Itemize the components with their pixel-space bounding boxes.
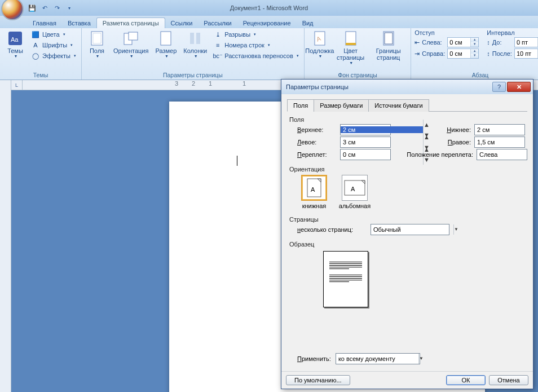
- margin-left-label: Левое:: [297, 139, 337, 146]
- orientation-landscape-button[interactable]: A альбомная: [338, 175, 372, 209]
- redo-icon[interactable]: ↷: [52, 3, 62, 13]
- page-setup-dialog: Параметры страницы ? ✕ Поля Размер бумаг…: [281, 79, 533, 389]
- spacing-before-input[interactable]: ▲▼: [514, 37, 538, 47]
- svg-rect-12: [346, 43, 356, 45]
- tab-review[interactable]: Рецензирование: [237, 18, 297, 28]
- ribbon: Aa Темы ▼ 🟦Цвета▾ AШрифты▾ ◯Эффекты▾ Тем…: [0, 28, 538, 80]
- window-title: Документ1 - Microsoft Word: [230, 5, 308, 11]
- watermark-button[interactable]: AПодложка▼: [308, 29, 332, 60]
- watermark-icon: A: [312, 30, 328, 46]
- indent-left-label: Слева:: [422, 39, 445, 46]
- tab-references[interactable]: Ссылки: [165, 18, 199, 28]
- page-color-button[interactable]: Цвет страницы▼: [334, 29, 367, 67]
- theme-colors-button[interactable]: 🟦Цвета▾: [29, 29, 78, 39]
- orientation-button[interactable]: Ориентация▼: [111, 29, 151, 60]
- dialog-footer: По умолчанию... ОК Отмена: [281, 371, 533, 389]
- chevron-down-icon: ▼: [14, 54, 18, 59]
- page-borders-button[interactable]: Границы страниц: [369, 29, 407, 62]
- line-numbers-icon: ≡: [213, 41, 222, 50]
- breaks-button[interactable]: ⤓Разрывы▾: [211, 29, 300, 39]
- dialog-close-button[interactable]: ✕: [507, 82, 531, 92]
- landscape-label: альбомная: [339, 202, 371, 209]
- dialog-tab-source[interactable]: Источник бумаги: [368, 99, 429, 112]
- spacing-before-icon: ↕: [487, 39, 490, 46]
- apply-select[interactable]: ▼: [336, 353, 420, 364]
- defaults-button[interactable]: По умолчанию...: [286, 375, 350, 385]
- svg-text:Aa: Aa: [11, 36, 19, 43]
- tab-page-layout[interactable]: Разметка страницы: [96, 17, 165, 28]
- group-page-background-label: Фон страницы: [308, 71, 407, 80]
- group-themes: Aa Темы ▼ 🟦Цвета▾ AШрифты▾ ◯Эффекты▾ Тем…: [0, 28, 82, 80]
- page-color-icon: [343, 30, 359, 46]
- indent-right-icon: ⇥: [414, 50, 420, 58]
- spacing-after-icon: ↕: [487, 50, 490, 57]
- multi-pages-label: несколько страниц:: [297, 226, 365, 233]
- margin-left-input[interactable]: ▲▼: [340, 136, 391, 148]
- qat-dropdown-icon[interactable]: ▾: [64, 3, 74, 13]
- svg-text:A: A: [311, 186, 315, 193]
- columns-icon: [187, 30, 203, 46]
- themes-button[interactable]: Aa Темы ▼: [3, 29, 27, 60]
- spacing-before-label: До:: [492, 39, 512, 46]
- tab-insert[interactable]: Вставка: [62, 18, 96, 28]
- theme-fonts-button[interactable]: AШрифты▾: [29, 40, 78, 50]
- tab-home[interactable]: Главная: [27, 18, 62, 28]
- colors-icon: 🟦: [31, 30, 40, 39]
- group-page-setup: Поля▼ Ориентация▼ Размер▼ Колонки▼ ⤓Разр…: [82, 28, 305, 80]
- ok-button[interactable]: ОК: [446, 375, 486, 385]
- margin-right-input[interactable]: ▲▼: [474, 136, 525, 148]
- margin-top-input[interactable]: ▲▼: [340, 124, 391, 135]
- gutter-pos-select[interactable]: ▼: [477, 149, 527, 160]
- ribbon-tabs: Главная Вставка Разметка страницы Ссылки…: [0, 16, 538, 28]
- dialog-titlebar[interactable]: Параметры страницы ? ✕: [281, 80, 533, 94]
- quick-access-toolbar: 💾 ↶ ↷ ▾: [27, 3, 74, 13]
- undo-icon[interactable]: ↶: [39, 3, 50, 13]
- size-icon: [158, 30, 174, 46]
- apply-label: Применить:: [297, 355, 331, 362]
- line-numbers-button[interactable]: ≡Номера строк▾: [211, 40, 300, 50]
- landscape-icon: A: [342, 175, 368, 201]
- orientation-section-label: Ориентация: [289, 166, 525, 173]
- tab-mailings[interactable]: Рассылки: [198, 18, 237, 28]
- group-page-background: AПодложка▼ Цвет страницы▼ Границы страни…: [305, 28, 411, 80]
- margin-bottom-label: Нижнее:: [394, 126, 471, 133]
- orientation-icon: [123, 30, 139, 46]
- indent-right-label: Справа:: [422, 50, 445, 57]
- text-cursor: [237, 156, 237, 166]
- svg-rect-13: [383, 32, 394, 45]
- hyphenation-button[interactable]: bc⁻Расстановка переносов▾: [211, 51, 300, 61]
- indent-left-input[interactable]: ▲▼: [447, 37, 479, 47]
- size-button[interactable]: Размер▼: [153, 29, 179, 60]
- vertical-ruler[interactable]: [0, 80, 11, 392]
- dialog-tab-paper[interactable]: Размер бумаги: [314, 99, 369, 112]
- margin-bottom-input[interactable]: ▲▼: [474, 124, 525, 135]
- preview-icon: [323, 251, 368, 307]
- group-themes-label: Темы: [3, 71, 78, 80]
- orientation-portrait-button[interactable]: A книжная: [297, 175, 331, 209]
- tab-view[interactable]: Вид: [297, 18, 319, 28]
- theme-effects-button[interactable]: ◯Эффекты▾: [29, 51, 78, 61]
- hyphenation-icon: bc⁻: [213, 51, 222, 60]
- page-borders-icon: [381, 30, 396, 46]
- spacing-after-label: После:: [492, 50, 512, 57]
- themes-icon: Aa: [7, 30, 23, 46]
- svg-text:A: A: [351, 186, 355, 192]
- save-icon[interactable]: 💾: [27, 3, 37, 13]
- svg-rect-8: [196, 33, 200, 44]
- margins-button[interactable]: Поля▼: [85, 29, 109, 60]
- indent-left-icon: ⇤: [414, 39, 420, 46]
- dialog-help-button[interactable]: ?: [492, 82, 506, 92]
- margins-icon: [89, 30, 105, 46]
- multi-pages-select[interactable]: ▼: [371, 224, 449, 235]
- cancel-button[interactable]: Отмена: [489, 375, 528, 385]
- portrait-icon: A: [301, 175, 327, 201]
- spacing-after-input[interactable]: ▲▼: [514, 49, 538, 59]
- margins-section-label: Поля: [289, 116, 525, 123]
- ruler-corner[interactable]: L: [11, 80, 23, 90]
- svg-rect-7: [190, 33, 194, 44]
- dialog-tab-margins[interactable]: Поля: [287, 99, 314, 112]
- indent-right-input[interactable]: ▲▼: [447, 49, 479, 59]
- gutter-pos-label: Положение переплета:: [394, 151, 473, 158]
- gutter-input[interactable]: ▲▼: [340, 149, 391, 160]
- columns-button[interactable]: Колонки▼: [181, 29, 209, 60]
